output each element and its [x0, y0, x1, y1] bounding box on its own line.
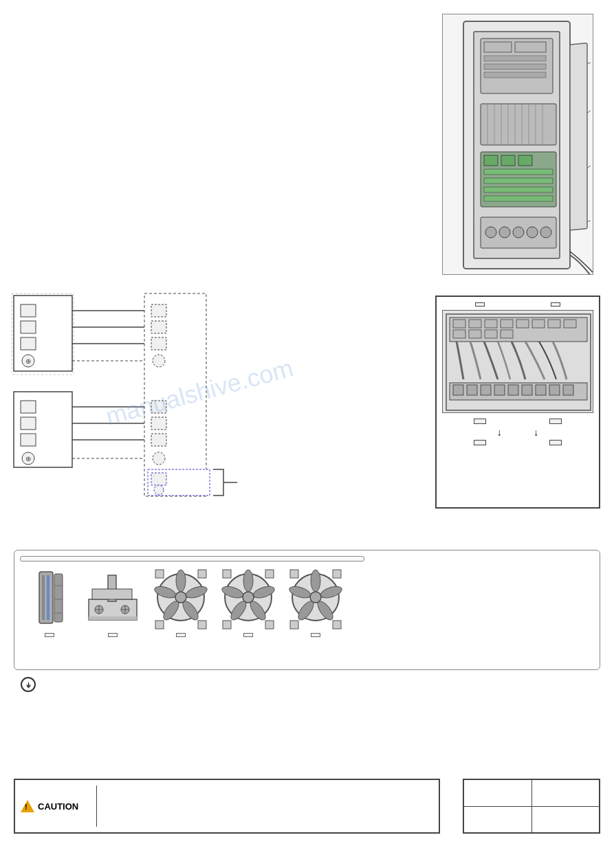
component-fan2-label	[243, 633, 253, 637]
svg-rect-40	[21, 337, 36, 350]
svg-rect-130	[223, 570, 231, 578]
svg-rect-97	[47, 575, 50, 620]
svg-rect-111	[89, 616, 137, 620]
svg-rect-61	[151, 337, 166, 350]
component-cable	[27, 568, 72, 637]
component-fan-3	[289, 568, 342, 637]
svg-rect-83	[485, 330, 497, 338]
svg-rect-6	[484, 64, 546, 69]
svg-rect-38	[21, 304, 36, 317]
panel-arrows: ↓ ↓	[442, 427, 593, 438]
svg-point-125	[243, 570, 253, 592]
svg-rect-132	[223, 621, 231, 629]
svg-rect-98	[54, 574, 63, 622]
svg-rect-86	[453, 385, 463, 395]
components-title	[20, 556, 364, 561]
panel-btn-2	[549, 419, 562, 424]
svg-rect-47	[21, 434, 36, 446]
svg-rect-78	[532, 320, 545, 328]
svg-rect-120	[198, 570, 206, 578]
svg-rect-64	[151, 417, 166, 430]
svg-rect-131	[265, 570, 274, 578]
ground-symbol: ⏚	[21, 677, 36, 692]
svg-rect-3	[484, 42, 512, 52]
components-row	[20, 568, 594, 637]
component-fan-1	[154, 568, 208, 637]
svg-rect-133	[265, 621, 274, 629]
svg-rect-59	[151, 304, 166, 317]
svg-rect-24	[484, 187, 553, 192]
svg-rect-39	[21, 321, 36, 333]
svg-rect-73	[453, 320, 465, 328]
svg-rect-82	[469, 330, 481, 338]
svg-rect-122	[198, 621, 206, 629]
svg-rect-89	[494, 385, 505, 395]
svg-rect-25	[484, 196, 553, 201]
caution-triangle-icon	[21, 800, 34, 812]
svg-point-31	[540, 227, 551, 238]
info-box-row-1	[464, 780, 599, 807]
svg-rect-79	[548, 320, 560, 328]
svg-rect-75	[485, 320, 497, 328]
svg-rect-143	[290, 621, 298, 629]
svg-rect-21	[518, 155, 532, 166]
svg-rect-22	[484, 169, 553, 175]
panel-inner-image	[442, 310, 593, 413]
svg-rect-74	[469, 320, 481, 328]
svg-rect-141	[290, 570, 298, 578]
svg-rect-20	[501, 155, 515, 166]
svg-rect-36	[570, 43, 587, 230]
svg-rect-95	[39, 572, 53, 623]
svg-rect-19	[484, 155, 498, 166]
info-cell-2-1	[464, 807, 532, 833]
svg-rect-87	[467, 385, 477, 395]
component-fan-2	[221, 568, 275, 637]
info-cell-2-2	[532, 807, 600, 833]
svg-rect-7	[484, 72, 546, 78]
svg-point-29	[513, 227, 524, 238]
svg-point-30	[527, 227, 538, 238]
panel-btn-1	[474, 419, 486, 424]
svg-rect-8	[481, 104, 556, 145]
svg-point-66	[153, 452, 165, 465]
svg-rect-23	[484, 178, 553, 183]
info-cell-1-2	[532, 780, 600, 806]
svg-rect-65	[151, 434, 166, 446]
page: manualshive.com	[0, 0, 614, 868]
svg-rect-46	[21, 417, 36, 430]
svg-rect-76	[501, 320, 513, 328]
svg-rect-68	[151, 473, 166, 485]
caution-label: CAUTION	[21, 800, 89, 812]
svg-rect-93	[549, 385, 560, 395]
svg-rect-119	[155, 570, 164, 578]
info-boxes	[463, 779, 600, 834]
svg-rect-88	[481, 385, 491, 395]
info-cell-1-1	[464, 780, 532, 806]
wiring-diagram: ⊕ ⊕	[10, 292, 395, 539]
panel-btn-3	[474, 440, 486, 445]
svg-rect-4	[515, 42, 546, 52]
panel-bottom-labels: ↓ ↓	[442, 419, 593, 445]
panel-diagram: ↓ ↓	[435, 296, 600, 509]
caution-divider	[96, 786, 97, 827]
ground-section: ⏚	[21, 677, 36, 692]
svg-text:⊕: ⊕	[25, 455, 31, 463]
svg-rect-81	[453, 330, 465, 338]
panel-btn-4	[549, 440, 562, 445]
svg-rect-104	[92, 589, 132, 599]
svg-rect-45	[21, 401, 36, 413]
svg-rect-80	[564, 320, 576, 328]
svg-rect-60	[151, 321, 166, 333]
svg-rect-96	[42, 575, 45, 620]
svg-text:⊕: ⊕	[25, 357, 31, 365]
svg-point-69	[154, 485, 164, 495]
svg-rect-63	[151, 401, 166, 413]
svg-rect-144	[333, 621, 341, 629]
svg-rect-121	[155, 621, 164, 629]
caution-text: CAUTION	[38, 801, 78, 812]
svg-rect-84	[501, 330, 513, 338]
svg-point-136	[311, 570, 320, 592]
component-fan3-label	[311, 633, 320, 637]
component-motor-label	[108, 633, 118, 637]
svg-rect-91	[522, 385, 532, 395]
